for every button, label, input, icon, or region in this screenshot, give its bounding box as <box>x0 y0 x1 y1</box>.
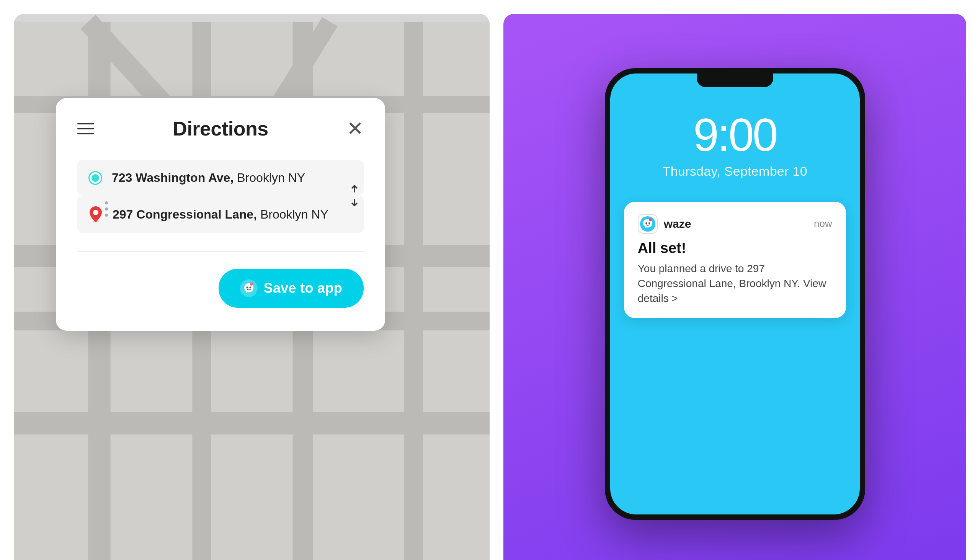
waze-logo-icon <box>640 216 655 232</box>
save-to-app-label: Save to app <box>264 280 342 296</box>
dialog-title: Directions <box>173 117 268 140</box>
svg-point-21 <box>649 218 652 221</box>
notification-card[interactable]: waze now All set! You planned a drive to… <box>624 202 846 318</box>
route-connector <box>105 201 108 217</box>
destination-address: 297 Congressional Lane, Brooklyn NY <box>113 207 328 222</box>
close-button[interactable]: ✕ <box>347 119 364 138</box>
notification-time: now <box>814 218 832 230</box>
origin-dot-icon <box>90 172 101 184</box>
notification-body: You planned a drive to 297 Congressional… <box>638 261 832 306</box>
svg-point-17 <box>250 282 253 285</box>
svg-point-16 <box>249 287 251 288</box>
menu-button[interactable] <box>77 123 94 134</box>
save-to-app-button[interactable]: Save to app <box>218 269 364 308</box>
svg-point-13 <box>93 210 98 215</box>
swap-icon <box>345 184 365 207</box>
destination-row[interactable]: 297 Congressional Lane, Brooklyn NY <box>77 196 364 233</box>
phone-time: 9:00 <box>693 112 777 158</box>
origin-address: 723 Washington Ave, Brooklyn NY <box>112 171 305 185</box>
notification-header: waze now <box>638 214 832 234</box>
destination-pin-icon <box>90 206 102 222</box>
app-info: waze <box>638 214 692 234</box>
left-panel: Directions ✕ 723 Washington Ave, Brookly… <box>14 14 490 560</box>
phone-notch <box>697 73 773 87</box>
dialog-divider <box>77 252 364 252</box>
directions-dialog: Directions ✕ 723 Washington Ave, Brookly… <box>56 98 385 331</box>
svg-point-19 <box>645 222 647 224</box>
notification-app-name: waze <box>664 217 692 230</box>
origin-row[interactable]: 723 Washington Ave, Brooklyn NY <box>77 160 364 196</box>
swap-arrows-button[interactable] <box>345 184 365 209</box>
svg-point-15 <box>246 287 248 288</box>
location-rows: 723 Washington Ave, Brooklyn NY 297 Cong… <box>77 160 364 233</box>
phone-mockup: 9:00 Thursday, September 10 <box>605 68 865 520</box>
dialog-header: Directions ✕ <box>77 117 364 140</box>
waze-app-icon <box>638 214 658 234</box>
phone-date: Thursday, September 10 <box>663 164 807 179</box>
notification-title: All set! <box>638 240 832 257</box>
phone-screen: 9:00 Thursday, September 10 <box>610 73 860 515</box>
svg-rect-8 <box>404 22 423 560</box>
svg-point-20 <box>648 222 650 224</box>
right-panel: 9:00 Thursday, September 10 <box>503 14 966 560</box>
waze-icon <box>240 280 258 297</box>
